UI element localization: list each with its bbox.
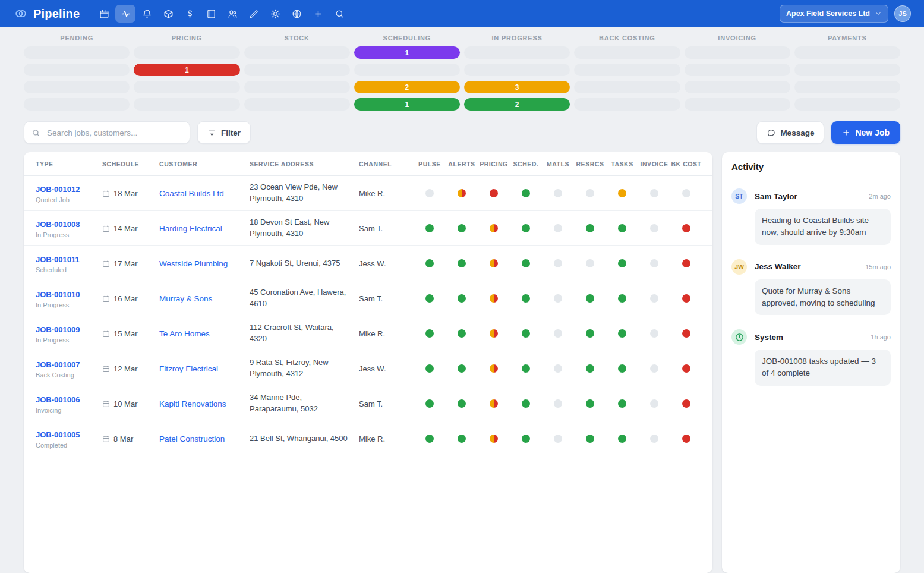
table-row[interactable]: JOB-001009 In Progress 15 Mar Te Aro Hom… (24, 316, 712, 351)
service-address: 9 Rata St, Fitzroy, New Plymouth, 4312 (250, 357, 359, 380)
stage-cell[interactable]: 2 (354, 81, 460, 93)
table-row[interactable]: JOB-001008 In Progress 14 Mar Harding El… (24, 211, 712, 246)
sun-icon[interactable] (265, 5, 285, 23)
stage-cell[interactable]: 1 (134, 64, 239, 76)
brand[interactable]: Pipeline (13, 7, 80, 21)
job-id-link[interactable]: JOB-001008 (36, 220, 80, 229)
stage-cell[interactable] (244, 98, 350, 111)
job-id-link[interactable]: JOB-001011 (36, 255, 80, 264)
plus-icon[interactable] (308, 5, 328, 23)
stage-cell[interactable]: 1 (354, 98, 460, 111)
stage-cell[interactable]: 2 (464, 98, 570, 111)
channel: Sam T. (359, 399, 414, 408)
job-id-link[interactable]: JOB-001005 (36, 430, 80, 439)
plus-icon (842, 128, 850, 137)
customer-link[interactable]: Westside Plumbing (159, 259, 250, 268)
job-schedule: 10 Mar (102, 399, 159, 408)
user-avatar[interactable]: JS (894, 5, 911, 22)
chat-icon (767, 128, 775, 137)
stage-cell[interactable] (244, 46, 350, 59)
table-row[interactable]: JOB-001012 Quoted Job 18 Mar Coastal Bui… (24, 176, 712, 211)
stage-cell[interactable] (24, 46, 130, 59)
stage-cell[interactable] (574, 81, 680, 93)
pricing-dot (490, 364, 498, 373)
search-box[interactable] (24, 121, 190, 144)
customer-link[interactable]: Murray & Sons (159, 294, 250, 303)
job-id-link[interactable]: JOB-001007 (36, 360, 80, 369)
stage-cell[interactable] (464, 64, 570, 76)
stage-cell[interactable] (685, 98, 790, 111)
sched-dot (522, 364, 530, 373)
calendar-icon[interactable] (94, 5, 114, 23)
search-icon (31, 128, 40, 137)
stage-cell[interactable] (794, 98, 900, 111)
table-row[interactable]: JOB-001005 Completed 8 Mar Patel Constru… (24, 421, 712, 456)
job-type-cell: JOB-001009 In Progress (36, 324, 102, 344)
pricing-dot (490, 294, 498, 303)
stage-cell[interactable] (574, 46, 680, 59)
table-row[interactable]: JOB-001010 In Progress 16 Mar Murray & S… (24, 281, 712, 316)
globe-icon[interactable] (286, 5, 307, 23)
customer-link[interactable]: Kapiti Renovations (159, 399, 250, 408)
stage-cell[interactable] (685, 64, 790, 76)
org-selector[interactable]: Apex Field Services Ltd (780, 5, 888, 23)
customer-link[interactable]: Fitzroy Electrical (159, 364, 250, 373)
calendar-icon (102, 295, 110, 303)
package-icon[interactable] (158, 5, 178, 23)
stage-cell[interactable] (794, 46, 900, 59)
job-schedule: 12 Mar (102, 364, 159, 373)
bkcost-dot (682, 259, 690, 267)
activity-icon[interactable] (115, 5, 135, 23)
stage-cell[interactable] (24, 81, 130, 93)
stage-cell[interactable]: 1 (354, 46, 460, 59)
activity-author: System (755, 333, 863, 342)
stage-cell[interactable] (354, 64, 460, 76)
stage-cell[interactable] (24, 98, 130, 111)
bkcost-dot (682, 189, 690, 197)
bkcost-dot (682, 224, 690, 232)
job-id-link[interactable]: JOB-001010 (36, 290, 80, 299)
stage-cell[interactable] (134, 98, 239, 111)
stage-cell[interactable] (685, 81, 790, 93)
job-id-link[interactable]: JOB-001009 (36, 325, 80, 334)
stage-cell[interactable] (574, 64, 680, 76)
search-icon[interactable] (329, 5, 349, 23)
table-header-row: TYPE SCHEDULE CUSTOMER SERVICE ADDRESS C… (24, 152, 712, 176)
customer-link[interactable]: Te Aro Homes (159, 329, 250, 338)
table-row[interactable]: JOB-001007 Back Costing 12 Mar Fitzroy E… (24, 351, 712, 386)
users-icon[interactable] (222, 5, 242, 23)
stage-cell[interactable] (134, 81, 239, 93)
pen-icon[interactable] (244, 5, 264, 23)
stage-cell[interactable] (574, 98, 680, 111)
stage-cell[interactable] (794, 81, 900, 93)
pulse-dot (425, 329, 434, 338)
customer-link[interactable]: Harding Electrical (159, 224, 250, 233)
stage-cell[interactable] (464, 46, 570, 59)
search-input[interactable] (46, 128, 182, 138)
stage-cell[interactable] (244, 81, 350, 93)
stage-cell[interactable] (244, 64, 350, 76)
table-row[interactable]: JOB-001011 Scheduled 17 Mar Westside Plu… (24, 246, 712, 281)
stage-cell[interactable]: 3 (464, 81, 570, 93)
bell-icon[interactable] (137, 5, 157, 23)
stage-cell[interactable] (685, 46, 790, 59)
dollar-icon[interactable] (179, 5, 200, 23)
message-button[interactable]: Message (756, 121, 824, 144)
filter-button[interactable]: Filter (197, 121, 251, 144)
activity-message: Quote for Murray & Sons approved, moving… (755, 279, 891, 316)
matls-dot (554, 399, 562, 408)
new-job-button[interactable]: New Job (831, 121, 900, 144)
customer-link[interactable]: Patel Construction (159, 435, 250, 443)
job-id-link[interactable]: JOB-001006 (36, 395, 80, 404)
stage-cell[interactable] (24, 64, 130, 76)
job-id-link[interactable]: JOB-001012 (36, 185, 80, 194)
stage-cell[interactable] (134, 46, 239, 59)
table-row[interactable]: JOB-001006 Invoicing 10 Mar Kapiti Renov… (24, 386, 712, 421)
stage-cell[interactable] (794, 64, 900, 76)
schedule-date: 17 Mar (113, 259, 137, 268)
schedule-date: 16 Mar (113, 294, 137, 303)
stage-header: IN PROGRESS (464, 34, 570, 42)
customer-link[interactable]: Coastal Builds Ltd (159, 189, 250, 198)
channel: Sam T. (359, 294, 414, 303)
ledger-icon[interactable] (201, 5, 221, 23)
